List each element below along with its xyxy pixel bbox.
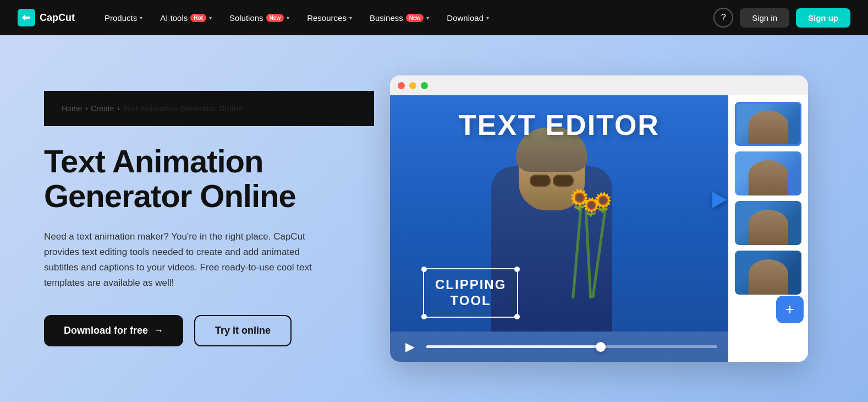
- nav-item-business[interactable]: Business New ▾: [362, 9, 437, 27]
- solutions-badge: New: [266, 14, 284, 22]
- download-label: Download: [447, 13, 484, 23]
- download-free-label: Download for free: [64, 325, 148, 336]
- solutions-chevron-icon: ▾: [287, 15, 289, 21]
- logo[interactable]: CapCut: [18, 9, 75, 26]
- progress-fill: [426, 345, 601, 348]
- breadcrumb-home[interactable]: Home: [62, 104, 82, 113]
- window-dot-green: [421, 82, 428, 89]
- breadcrumb: Home › Create › Text Animation Generator…: [44, 91, 374, 126]
- video-controls: ▶: [390, 332, 728, 362]
- thumbnail-3[interactable]: [735, 201, 801, 245]
- resources-label: Resources: [307, 13, 347, 23]
- breadcrumb-sep-2: ›: [117, 105, 119, 112]
- thumbnails-panel: +: [728, 95, 808, 362]
- help-button[interactable]: ?: [713, 8, 733, 28]
- business-badge: New: [406, 14, 424, 22]
- nav-right: ? Sign in Sign up: [713, 8, 850, 28]
- thumb-person-4: [748, 259, 788, 295]
- add-button[interactable]: +: [776, 296, 804, 323]
- nav-item-resources[interactable]: Resources ▾: [299, 9, 360, 27]
- resources-chevron-icon: ▾: [349, 15, 352, 21]
- progress-bar[interactable]: [426, 345, 717, 348]
- ai-tools-badge: Hot: [190, 14, 206, 22]
- ai-tools-label: AI tools: [160, 13, 188, 23]
- clipping-box: CLIPPING TOOL: [423, 268, 518, 318]
- logo-text: CapCut: [40, 12, 75, 24]
- hero-buttons: Download for free → Try it online: [44, 315, 374, 346]
- breadcrumb-create[interactable]: Create: [91, 104, 114, 113]
- business-chevron-icon: ▾: [426, 15, 429, 21]
- clipping-tool-overlay: CLIPPING TOOL: [423, 268, 518, 318]
- download-chevron-icon: ▾: [486, 15, 489, 21]
- products-label: Products: [105, 13, 137, 23]
- nav-item-products[interactable]: Products ▾: [97, 9, 150, 27]
- clipping-tool-text: CLIPPING TOOL: [435, 277, 506, 309]
- thumbnail-4[interactable]: [735, 251, 801, 295]
- corner-handle-bl: [421, 314, 427, 319]
- signup-button[interactable]: Sign up: [796, 8, 850, 28]
- solutions-label: Solutions: [229, 13, 263, 23]
- cursor-overlay: [712, 192, 727, 208]
- window-titlebar: [390, 75, 808, 95]
- breadcrumb-current: Text Animation Generator Online: [123, 104, 243, 113]
- hero-right: TEXT EDITOR: [374, 75, 824, 362]
- breadcrumb-sep-1: ›: [85, 105, 87, 112]
- window-dot-red: [398, 82, 405, 89]
- nav-item-solutions[interactable]: Solutions New ▾: [222, 9, 297, 27]
- thumb-person-3: [748, 210, 788, 245]
- signin-button[interactable]: Sign in: [740, 8, 789, 28]
- video-area: TEXT EDITOR: [390, 95, 728, 362]
- thumbnail-1[interactable]: [735, 102, 801, 146]
- hero-description: Need a text animation maker? You're in t…: [44, 229, 330, 291]
- progress-thumb: [596, 342, 606, 352]
- download-free-button[interactable]: Download for free →: [44, 315, 183, 346]
- editor-body: TEXT EDITOR: [390, 95, 808, 362]
- add-icon: +: [785, 301, 794, 318]
- nav-item-ai-tools[interactable]: AI tools Hot ▾: [152, 9, 219, 27]
- cursor-arrow-icon: [712, 192, 727, 208]
- window-dot-yellow: [409, 82, 416, 89]
- hero-section: Home › Create › Text Animation Generator…: [0, 35, 868, 402]
- play-icon: ▶: [405, 340, 415, 354]
- business-label: Business: [370, 13, 403, 23]
- ai-tools-chevron-icon: ▾: [209, 15, 212, 21]
- try-online-button[interactable]: Try it online: [194, 315, 292, 346]
- nav-item-download[interactable]: Download ▾: [439, 9, 497, 27]
- help-icon: ?: [721, 13, 726, 23]
- navbar: CapCut Products ▾ AI tools Hot ▾ Solutio…: [0, 0, 868, 35]
- video-title-text: TEXT EDITOR: [390, 108, 728, 142]
- products-chevron-icon: ▾: [140, 15, 142, 21]
- hero-title: Text Animation Generator Online: [44, 144, 374, 214]
- download-arrow-icon: →: [153, 325, 163, 336]
- editor-window: TEXT EDITOR: [390, 75, 808, 362]
- nav-items: Products ▾ AI tools Hot ▾ Solutions New …: [97, 9, 713, 27]
- play-button[interactable]: ▶: [401, 338, 419, 356]
- hero-left: Home › Create › Text Animation Generator…: [44, 91, 374, 347]
- capcut-logo-icon: [18, 9, 35, 26]
- thumb-person-2: [748, 160, 788, 195]
- thumbnail-2[interactable]: [735, 151, 801, 195]
